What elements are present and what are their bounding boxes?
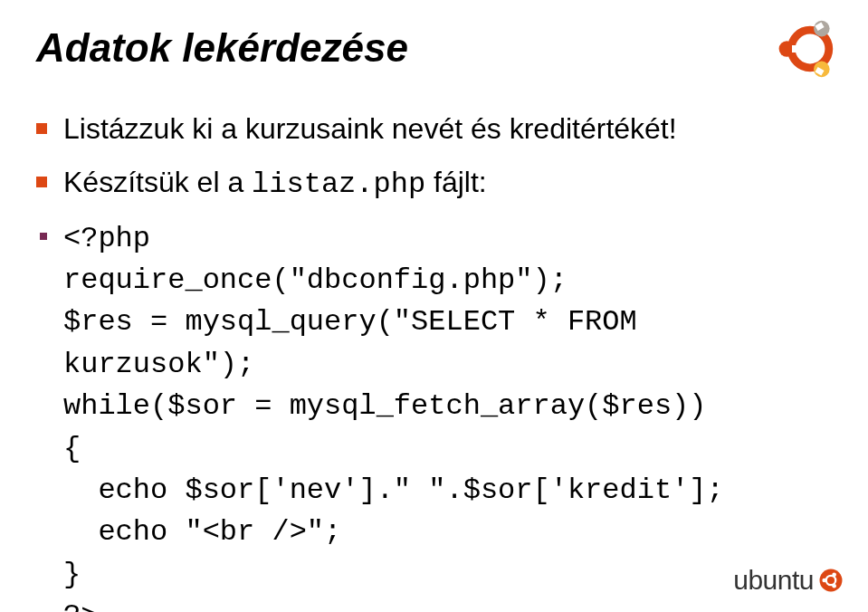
inline-code: listaz.php <box>252 167 425 201</box>
bullet-item-2: Készítsük el a listaz.php fájlt: <box>36 162 832 206</box>
svg-point-10 <box>832 572 836 577</box>
svg-point-9 <box>822 579 826 583</box>
slide-title: Adatok lekérdezése <box>36 25 832 71</box>
slide-container: Adatok lekérdezése Listázzuk ki a kurzus… <box>0 0 868 612</box>
bullet-suffix: fájlt: <box>425 166 487 198</box>
bullet-marker-icon <box>36 177 47 187</box>
ubuntu-small-icon <box>819 569 843 592</box>
bullet-prefix: Készítsük el a <box>63 166 252 198</box>
bullet-item-1: Listázzuk ki a kurzusaink nevét és kredi… <box>36 109 832 149</box>
ubuntu-footer-logo: ubuntu <box>733 565 843 596</box>
code-block: <?php require_once("dbconfig.php"); $res… <box>63 218 832 612</box>
ubuntu-logo-icon <box>774 13 846 85</box>
bullet-item-code: <?php require_once("dbconfig.php"); $res… <box>36 218 832 612</box>
code-wrapper: <?php require_once("dbconfig.php"); $res… <box>63 218 832 612</box>
svg-rect-4 <box>792 45 797 53</box>
bullet-marker-icon <box>36 123 47 134</box>
svg-point-11 <box>832 584 836 588</box>
bullet-text: Készítsük el a listaz.php fájlt: <box>63 162 832 206</box>
bullet-marker-small-icon <box>40 233 47 240</box>
ubuntu-brand-text: ubuntu <box>733 565 814 596</box>
bullet-text: Listázzuk ki a kurzusaink nevét és kredi… <box>63 109 832 149</box>
